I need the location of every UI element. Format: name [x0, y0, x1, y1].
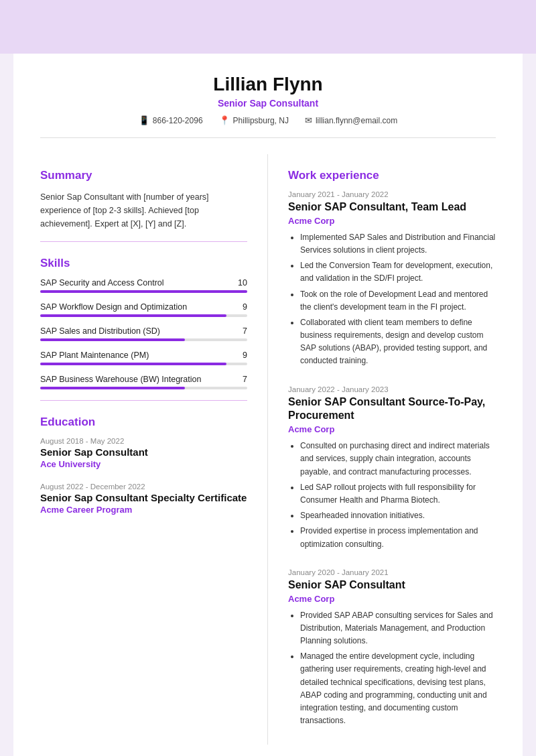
skill-bar-fill — [40, 387, 185, 389]
work-bullet: Led SAP rollout projects with full respo… — [300, 481, 496, 507]
location-contact: 📍 Phillipsburg, NJ — [219, 115, 289, 125]
skill-bar-fill — [40, 338, 185, 341]
work-experience-item: January 2020 - January 2021 Senior SAP C… — [288, 568, 496, 727]
skills-divider — [40, 400, 247, 401]
email-icon: ✉ — [305, 115, 312, 125]
skill-label: SAP Security and Access Control — [40, 278, 164, 288]
phone-contact: 📱 866-120-2096 — [139, 115, 203, 125]
work-dates: January 2021 - January 2022 — [288, 190, 496, 198]
work-bullet: Took on the role of Development Lead and… — [300, 288, 496, 314]
contact-row: 📱 866-120-2096 📍 Phillipsburg, NJ ✉ lill… — [40, 115, 496, 125]
skill-label: SAP Sales and Distribution (SD) — [40, 326, 160, 336]
work-bullet: Managed the entire development cycle, in… — [300, 650, 496, 727]
skill-label: SAP Business Warehouse (BW) Integration — [40, 375, 201, 384]
skill-bar-fill — [40, 363, 226, 365]
skill-value: 9 — [243, 302, 247, 312]
work-bullet: Provided expertise in process implementa… — [300, 525, 496, 550]
skill-item: SAP Business Warehouse (BW) Integration … — [40, 375, 247, 389]
header-section: Lillian Flynn Senior Sap Consultant 📱 86… — [40, 74, 496, 138]
email-text: lillian.flynn@email.com — [316, 116, 397, 125]
skill-bar-fill — [40, 314, 226, 317]
work-title: Senior SAP Consultant Source-To-Pay, Pro… — [288, 395, 496, 424]
summary-text: Senior Sap Consultant with [number of ye… — [40, 190, 247, 231]
work-bullet: Consulted on purchasing direct and indir… — [300, 440, 496, 479]
skill-label: SAP Workflow Design and Optimization — [40, 302, 187, 312]
work-bullets-list: Implemented SAP Sales and Distribution a… — [288, 231, 496, 368]
work-company: Acme Corp — [288, 424, 496, 434]
phone-number: 866-120-2096 — [153, 116, 203, 125]
summary-section: Summary Senior Sap Consultant with [numb… — [40, 169, 247, 231]
work-dates: January 2020 - January 2021 — [288, 568, 496, 576]
summary-title: Summary — [40, 169, 247, 182]
phone-icon: 📱 — [139, 115, 149, 125]
location-icon: 📍 — [219, 115, 230, 125]
education-school: Ace University — [40, 459, 247, 469]
work-company: Acme Corp — [288, 594, 496, 604]
work-dates: January 2022 - January 2023 — [288, 385, 496, 393]
education-degree: Senior Sap Consultant Specialty Certific… — [40, 492, 247, 503]
education-dates: August 2018 - May 2022 — [40, 437, 247, 445]
work-bullet: Implemented SAP Sales and Distribution a… — [300, 231, 496, 257]
skill-row: SAP Sales and Distribution (SD) 7 — [40, 326, 247, 336]
skill-bar-background — [40, 338, 247, 341]
email-contact: ✉ lillian.flynn@email.com — [305, 115, 397, 125]
skill-value: 7 — [243, 375, 247, 384]
left-column: Summary Senior Sap Consultant with [numb… — [40, 154, 268, 745]
skill-bar-background — [40, 290, 247, 293]
skill-item: SAP Plant Maintenance (PM) 9 — [40, 351, 247, 365]
skills-section: Skills SAP Security and Access Control 1… — [40, 257, 247, 389]
skills-title: Skills — [40, 257, 247, 270]
education-degree: Senior Sap Consultant — [40, 446, 247, 458]
work-bullet: Spearheaded innovation initiatives. — [300, 509, 496, 522]
skill-row: SAP Security and Access Control 10 — [40, 278, 247, 288]
right-column: Work experience January 2021 - January 2… — [268, 154, 496, 745]
work-experience-item: January 2021 - January 2022 Senior SAP C… — [288, 190, 496, 368]
work-experience-title: Work experience — [288, 169, 496, 182]
skill-bar-background — [40, 363, 247, 365]
education-item: August 2022 - December 2022 Senior Sap C… — [40, 483, 247, 515]
education-school: Acme Career Program — [40, 505, 247, 515]
skill-row: SAP Business Warehouse (BW) Integration … — [40, 375, 247, 384]
work-bullets-list: Provided SAP ABAP consulting services fo… — [288, 609, 496, 728]
work-bullet: Collaborated with client team members to… — [300, 316, 496, 368]
resume-card: Lillian Flynn Senior Sap Consultant 📱 86… — [13, 54, 523, 756]
skill-label: SAP Plant Maintenance (PM) — [40, 351, 149, 360]
skill-bar-background — [40, 314, 247, 317]
skill-row: SAP Workflow Design and Optimization 9 — [40, 302, 247, 312]
work-experience-section: Work experience January 2021 - January 2… — [288, 169, 496, 727]
top-bar — [0, 0, 536, 54]
skill-bar-fill — [40, 290, 247, 293]
skill-item: SAP Sales and Distribution (SD) 7 — [40, 326, 247, 341]
candidate-title: Senior Sap Consultant — [40, 98, 496, 109]
candidate-name: Lillian Flynn — [40, 74, 496, 95]
skill-row: SAP Plant Maintenance (PM) 9 — [40, 351, 247, 360]
work-title: Senior SAP Consultant — [288, 578, 496, 592]
skills-list: SAP Security and Access Control 10 SAP W… — [40, 278, 247, 389]
work-bullet: Led the Conversion Team for development,… — [300, 259, 496, 285]
location-text: Phillipsburg, NJ — [233, 116, 289, 125]
work-bullets-list: Consulted on purchasing direct and indir… — [288, 440, 496, 551]
education-title: Education — [40, 416, 247, 429]
two-col-layout: Summary Senior Sap Consultant with [numb… — [40, 154, 496, 745]
summary-divider — [40, 241, 247, 242]
education-dates: August 2022 - December 2022 — [40, 483, 247, 491]
work-company: Acme Corp — [288, 216, 496, 226]
work-title: Senior SAP Consultant, Team Lead — [288, 200, 496, 214]
education-item: August 2018 - May 2022 Senior Sap Consul… — [40, 437, 247, 469]
skill-item: SAP Security and Access Control 10 — [40, 278, 247, 293]
education-section: Education August 2018 - May 2022 Senior … — [40, 416, 247, 515]
skill-item: SAP Workflow Design and Optimization 9 — [40, 302, 247, 317]
skill-bar-background — [40, 387, 247, 389]
skill-value: 7 — [243, 326, 247, 336]
skill-value: 10 — [238, 278, 247, 288]
education-list: August 2018 - May 2022 Senior Sap Consul… — [40, 437, 247, 515]
work-experience-item: January 2022 - January 2023 Senior SAP C… — [288, 385, 496, 551]
work-experience-list: January 2021 - January 2022 Senior SAP C… — [288, 190, 496, 727]
skill-value: 9 — [243, 351, 247, 360]
work-bullet: Provided SAP ABAP consulting services fo… — [300, 609, 496, 648]
